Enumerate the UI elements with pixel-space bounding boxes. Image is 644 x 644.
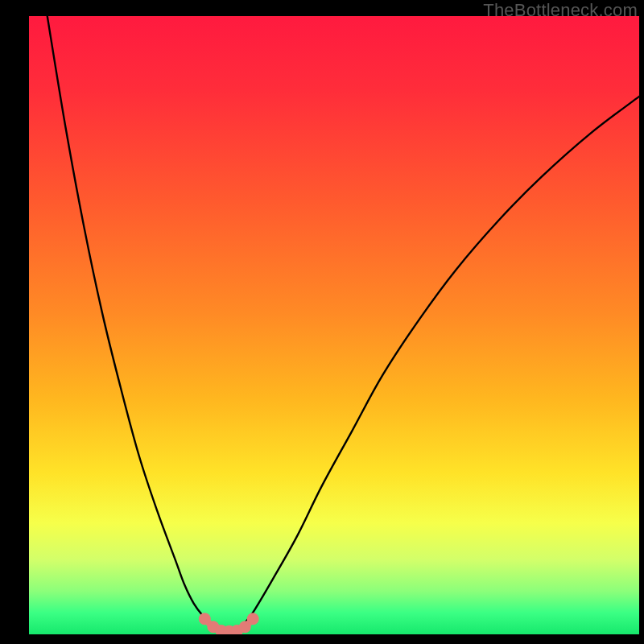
gradient-background [29,16,639,634]
basin-marker-dot [247,613,259,625]
chart-frame: TheBottleneck.com [0,0,644,644]
chart-svg [29,16,639,634]
watermark-text: TheBottleneck.com [483,0,638,21]
plot-area [29,16,639,634]
